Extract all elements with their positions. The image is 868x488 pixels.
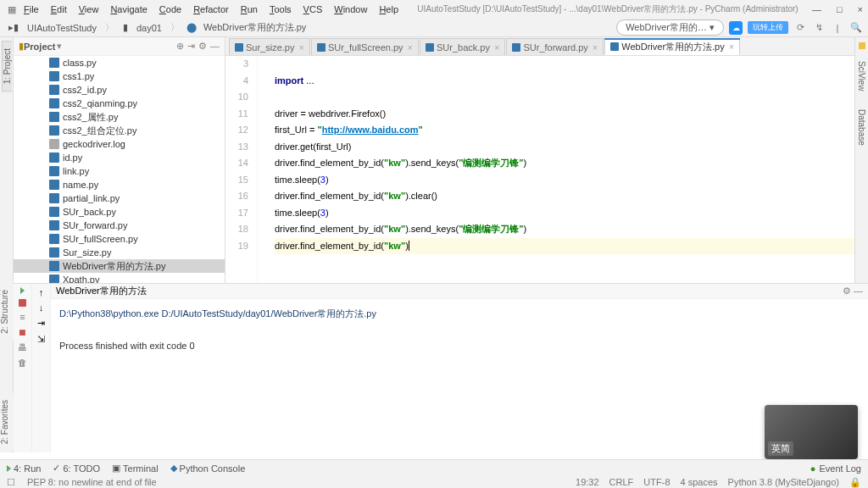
project-title[interactable]: Project — [24, 42, 55, 52]
menu-vcs[interactable]: VCS — [298, 3, 328, 16]
tool-todo[interactable]: ✓6: TODO — [53, 463, 100, 474]
code-line[interactable] — [275, 89, 854, 106]
tree-item[interactable]: SUr_fullScreen.py — [14, 232, 225, 246]
inspection-indicator[interactable] — [859, 42, 865, 49]
editor-tab[interactable]: SUr_back.py× — [420, 38, 505, 55]
minimize-button[interactable]: — — [812, 4, 821, 14]
tree-item[interactable]: geckodriver.log — [14, 137, 225, 151]
crumb-folder[interactable]: day01 — [133, 22, 165, 34]
indent[interactable]: 4 spaces — [681, 477, 718, 488]
maximize-button[interactable]: □ — [837, 4, 843, 14]
print-icon[interactable]: 🖶 — [18, 342, 27, 352]
code-line[interactable] — [275, 56, 854, 73]
code-body[interactable]: import ... driver = webdriver.Firefox() … — [258, 56, 854, 283]
menu-code[interactable]: Code — [154, 3, 186, 16]
console-output[interactable]: D:\Python38\python.exe D:/UIAutoTestStud… — [51, 299, 868, 452]
code-line[interactable]: time.sleep(3) — [275, 172, 854, 189]
down-icon[interactable]: ↓ — [39, 302, 44, 313]
tool-event-log[interactable]: ●Event Log — [810, 463, 861, 474]
menu-edit[interactable]: Edit — [46, 3, 72, 16]
chevron-down-icon[interactable]: ▾ — [57, 41, 62, 52]
tree-item[interactable]: class.py — [14, 56, 225, 69]
tool-run[interactable]: 4: Run — [7, 463, 41, 474]
encoding[interactable]: UTF-8 — [643, 477, 670, 488]
upload-chip[interactable]: 玩转上传 — [748, 21, 788, 34]
cloud-sync-icon[interactable]: ☁ — [729, 21, 743, 35]
editor-tab[interactable]: SUr_forward.py× — [506, 38, 604, 55]
menu-view[interactable]: View — [74, 3, 104, 16]
close-icon[interactable]: × — [408, 42, 413, 53]
tree-item[interactable]: css2_qianming.py — [14, 97, 225, 110]
tree-item[interactable]: name.py — [14, 178, 225, 191]
stop-icon[interactable] — [19, 299, 26, 307]
stepper-icon[interactable]: ↯ — [812, 21, 826, 35]
editor-tab[interactable]: SUr_fullScreen.py× — [311, 38, 419, 55]
close-button[interactable]: × — [858, 4, 863, 14]
tree-item[interactable]: Sur_size.py — [14, 246, 225, 259]
crumb-file[interactable]: WebDriver常用的方法.py — [200, 20, 309, 35]
tab-favorites[interactable]: 2: Favorites — [0, 393, 14, 451]
tab-database[interactable]: Database — [857, 103, 866, 152]
menu-window[interactable]: Window — [329, 3, 372, 16]
scroll-icon[interactable]: ⇲ — [37, 334, 45, 345]
code-line[interactable]: driver = webdriver.Firefox() — [275, 106, 854, 123]
gear-icon[interactable]: ⚙ — [198, 41, 207, 52]
hide-icon[interactable]: — — [210, 41, 220, 52]
menu-file[interactable]: File — [19, 3, 44, 16]
menu-tools[interactable]: Tools — [264, 3, 297, 16]
tab-structure[interactable]: 2: Structure — [0, 283, 14, 341]
editor-tab[interactable]: WebDriver常用的方法.py× — [604, 38, 740, 55]
tree-item[interactable]: WebDriver常用的方法.py — [14, 259, 225, 273]
tree-item[interactable]: SUr_forward.py — [14, 219, 225, 232]
target-icon[interactable]: ⊕ — [176, 41, 184, 52]
tree-item[interactable]: partial_link.py — [14, 191, 225, 205]
gear-icon[interactable]: ⚙ — — [843, 286, 863, 297]
rerun-icon[interactable] — [20, 287, 25, 294]
tool-terminal[interactable]: ▣Terminal — [112, 463, 159, 474]
jump-icon[interactable]: ⏹ — [18, 327, 27, 337]
wrap-icon[interactable]: ⇥ — [37, 318, 45, 329]
crumb-project[interactable]: UIAutoTestStudy — [24, 22, 100, 34]
code-line[interactable]: import ... — [275, 73, 854, 90]
code-line[interactable]: time.sleep(3) — [275, 205, 854, 222]
tool-python-console[interactable]: ◆Python Console — [170, 463, 246, 474]
line-sep[interactable]: CRLF — [609, 477, 634, 488]
tree-item[interactable]: SUr_back.py — [14, 205, 225, 219]
menu-refactor[interactable]: Refactor — [188, 3, 234, 16]
code-line[interactable]: first_Url = "http://www.baidu.com" — [275, 122, 854, 139]
menu-navigate[interactable]: Navigate — [105, 3, 152, 16]
code-line[interactable]: driver.find_element_by_id("kw").clear() — [275, 188, 854, 205]
menu-help[interactable]: Help — [374, 3, 403, 16]
up-icon[interactable]: ↑ — [39, 287, 44, 297]
code-line[interactable]: driver.find_element_by_id("kw") — [275, 238, 854, 255]
code-line[interactable]: driver.get(first_Url) — [275, 139, 854, 156]
tab-project[interactable]: 1: Project — [2, 41, 12, 92]
tree-item[interactable]: css2_组合定位.py — [14, 124, 225, 137]
menu-run[interactable]: Run — [236, 3, 263, 16]
tree-item[interactable]: css2_属性.py — [14, 110, 225, 124]
game-overlay[interactable]: 英简 — [765, 405, 858, 459]
tree-item[interactable]: link.py — [14, 164, 225, 178]
close-icon[interactable]: × — [729, 42, 734, 52]
sync-icon[interactable]: ⟳ — [793, 21, 807, 35]
trash-icon[interactable]: 🗑 — [18, 358, 27, 368]
close-icon[interactable]: × — [593, 42, 598, 53]
cursor-position[interactable]: 19:32 — [576, 477, 599, 488]
tab-sciview[interactable]: SciView — [857, 54, 866, 97]
close-icon[interactable]: × — [494, 42, 499, 53]
collapse-icon[interactable]: ⇥ — [187, 41, 195, 52]
code-line[interactable]: driver.find_element_by_id("kw").send_key… — [275, 221, 854, 238]
project-tree[interactable]: class.pycss1.pycss2_id.pycss2_qianming.p… — [14, 56, 225, 283]
tree-item[interactable]: Xpath.py — [14, 273, 225, 283]
run-config-name[interactable]: WebDriver常用的方法 — [56, 285, 147, 297]
close-icon[interactable]: × — [298, 42, 303, 53]
history-icon[interactable]: ≡ — [19, 312, 25, 322]
tree-item[interactable]: css2_id.py — [14, 83, 225, 97]
tree-item[interactable]: id.py — [14, 151, 225, 164]
editor-tab[interactable]: Sur_size.py× — [229, 38, 310, 55]
code-line[interactable]: driver.find_element_by_id("kw").send_key… — [275, 155, 854, 172]
search-icon[interactable]: 🔍 — [849, 21, 863, 35]
code-editor[interactable]: 3410111213141516171819 import ... driver… — [225, 56, 854, 283]
interpreter[interactable]: Python 3.8 (MySiteDjango) — [728, 477, 839, 488]
run-config-selector[interactable]: WebDriver常用的… ▾ — [616, 19, 724, 36]
